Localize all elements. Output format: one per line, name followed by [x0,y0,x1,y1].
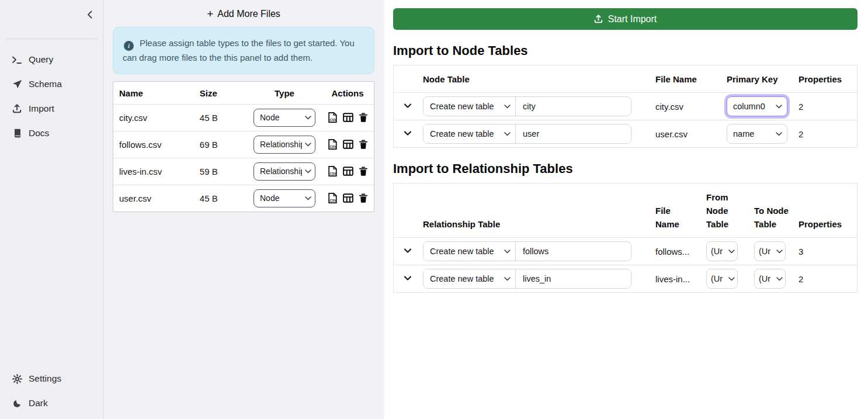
svg-text:CSV: CSV [329,145,336,148]
table-name-input[interactable] [516,124,631,143]
table-mode-select[interactable]: Create new table [423,242,516,261]
chevron-down-icon [403,101,412,110]
row-file-name: city.csv [655,93,727,120]
relationship-table-header-row: Relationship Table File Name From Node T… [394,183,857,238]
relationship-import-table: Relationship Table File Name From Node T… [393,183,857,293]
row-properties-count: 2 [798,265,857,293]
file-type-select-wrap: Node [254,189,315,207]
info-alert-text: Please assign table types to the files t… [123,38,355,63]
column-header-properties: Properties [798,65,857,93]
book-icon [12,128,22,138]
row-file-name: lives-in... [655,265,706,293]
relationship-import-row-follows: Create new table follows... (Ur (Ur 3 [394,238,857,265]
row-properties-count: 2 [798,93,857,120]
primary-key-select[interactable]: name [727,124,787,144]
svg-text:CSV: CSV [329,118,336,122]
from-node-table-select[interactable]: (Ur [706,269,738,289]
table-name-input[interactable] [516,97,631,116]
file-size: 45 B [194,104,248,131]
preview-table-button[interactable] [343,166,353,176]
sidebar-nav: Query Schema Import Docs [0,39,103,146]
node-import-row-city: Create new table city.csv column0 2 [394,93,857,120]
from-node-table-select[interactable]: (Ur [706,241,738,261]
sidebar-item-settings[interactable]: Settings [0,366,103,391]
sidebar-item-schema[interactable]: Schema [0,72,103,96]
column-header-node-table: Node Table [423,65,655,93]
file-name: city.csv [113,104,194,131]
view-csv-file-button[interactable]: CSV [327,193,338,203]
start-import-button[interactable]: Start Import [393,8,857,30]
column-header-file-name: File Name [655,65,727,93]
file-type-select[interactable]: Node [254,109,315,127]
sidebar-item-query[interactable]: Query [0,47,103,72]
row-file-name: follows... [655,238,706,265]
sidebar-item-import[interactable]: Import [0,96,103,121]
file-name: follows.csv [113,131,194,158]
file-size: 69 B [194,131,248,158]
table-name-group: Create new table [423,269,631,289]
preview-table-button[interactable] [343,193,353,203]
table-name-input[interactable] [516,242,631,261]
table-mode-select[interactable]: Create new table [423,97,516,116]
column-header-size: Size [194,82,248,105]
file-type-select[interactable]: Relationship [254,136,315,154]
file-size: 59 B [194,158,248,185]
file-row-lives-in: lives-in.csv 59 B Relationship CSV [113,158,374,185]
start-import-label: Start Import [608,14,657,25]
file-type-select[interactable]: Node [254,189,315,207]
add-more-files-button[interactable]: + Add More Files [113,0,374,27]
row-expand-button[interactable] [403,273,412,283]
view-csv-file-button[interactable]: CSV [327,112,338,123]
table-mode-select[interactable]: Create new table [423,269,516,288]
sidebar-item-dark-mode[interactable]: Dark [0,391,103,415]
delete-file-button[interactable] [359,113,368,123]
add-more-files-label: Add More Files [217,9,280,19]
plus-icon: + [207,8,213,19]
to-node-table-select[interactable]: (Ur [754,269,786,289]
terminal-icon [12,54,22,65]
row-expand-button[interactable] [403,129,412,138]
table-mode-select-wrap: Create new table [423,97,516,116]
view-csv-file-button[interactable]: CSV [327,166,338,176]
sidebar-collapse-button[interactable] [83,8,97,22]
to-node-table-select-wrap: (Ur [754,241,786,261]
import-panel: Start Import Import to Node Tables Node … [384,0,868,419]
chevron-left-icon [85,10,95,19]
view-csv-file-button[interactable]: CSV [327,139,338,150]
sidebar-spacer [0,146,103,366]
delete-file-button[interactable] [359,140,368,150]
moon-icon [12,398,22,408]
to-node-table-select[interactable]: (Ur [754,241,786,261]
file-type-select[interactable]: Relationship [254,162,315,181]
table-mode-select[interactable]: Create new table [423,124,516,143]
primary-key-select-wrap: name [727,124,787,144]
primary-key-select[interactable]: column0 [727,96,787,116]
node-table-header-row: Node Table File Name Primary Key Propert… [394,65,857,93]
delete-file-button[interactable] [359,193,368,203]
info-icon: i [124,41,134,51]
table-mode-select-wrap: Create new table [423,269,516,288]
preview-table-button[interactable] [343,112,353,123]
node-tables-section-title: Import to Node Tables [393,43,857,58]
table-grid-icon [343,112,353,123]
csv-file-icon: CSV [327,112,338,123]
table-name-group: Create new table [423,96,631,116]
file-row-follows: follows.csv 69 B Relationship CSV [113,131,374,158]
row-expand-button[interactable] [403,246,412,255]
gear-icon [12,373,22,384]
table-name-input[interactable] [516,269,631,288]
relationship-import-row-lives-in: Create new table lives-in... (Ur (Ur 2 [394,265,857,293]
column-header-to-node-table: To Node Table [754,183,798,238]
preview-table-button[interactable] [343,139,353,150]
info-alert: iPlease assign table types to the files … [113,27,374,74]
column-header-properties: Properties [798,183,857,238]
table-name-group: Create new table [423,124,631,144]
file-row-user: user.csv 45 B Node CSV [113,185,374,212]
row-file-name: user.csv [655,120,727,148]
delete-file-button[interactable] [359,167,368,176]
svg-text:CSV: CSV [329,199,336,202]
row-expand-button[interactable] [403,101,412,110]
sidebar: Query Schema Import Docs Settings [0,0,103,419]
chevron-down-icon [403,273,412,283]
sidebar-item-docs[interactable]: Docs [0,121,103,146]
